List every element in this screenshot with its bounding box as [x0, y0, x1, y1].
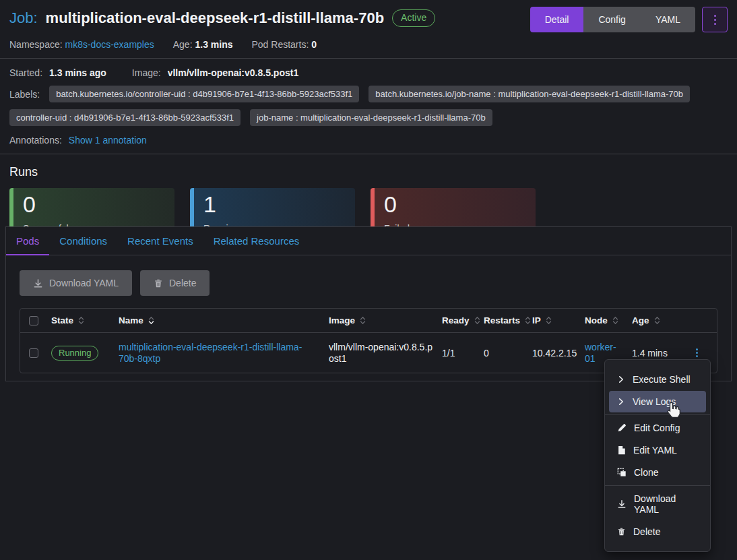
- file-icon: [617, 445, 626, 455]
- config-view-button[interactable]: Config: [583, 7, 640, 32]
- age-field: Age: 1.3 mins: [173, 39, 233, 50]
- label-badge: batch.kubernetes.io/job-name : multiplic…: [368, 86, 690, 102]
- row-actions-menu-button[interactable]: [693, 346, 701, 360]
- row-checkbox[interactable]: [29, 348, 38, 358]
- pod-restarts-label: Pod Restarts:: [251, 39, 309, 50]
- resource-tab-panel: Pods Conditions Recent Events Related Re…: [5, 226, 732, 381]
- select-all-checkbox[interactable]: [29, 316, 38, 325]
- tab-recent-events[interactable]: Recent Events: [117, 227, 203, 255]
- status-badge: Active: [392, 9, 435, 27]
- menu-item-view-logs[interactable]: View Logs: [609, 391, 706, 412]
- age-label: Age:: [173, 39, 193, 50]
- row-context-menu: Execute Shell View Logs Edit Config Edit…: [604, 359, 711, 552]
- namespace-field: Namespace: mk8s-docs-examples: [9, 39, 154, 50]
- menu-item-delete[interactable]: Delete: [609, 521, 706, 542]
- table-header-row: State Name Image Ready Restarts: [20, 309, 717, 333]
- menu-item-clone[interactable]: Clone: [609, 462, 706, 483]
- menu-item-edit-yaml[interactable]: Edit YAML: [609, 439, 706, 461]
- age-value: 1.3 mins: [195, 39, 232, 50]
- pod-age-value: 1.4 mins: [632, 348, 668, 359]
- tab-strip: Pods Conditions Recent Events Related Re…: [6, 227, 731, 255]
- failed-count: 0: [384, 192, 526, 216]
- view-switcher: Detail Config YAML: [530, 7, 695, 32]
- bulk-actions: Download YAML Delete: [20, 270, 731, 296]
- label-badge: controller-uid : d4b91906-b7e1-4f13-86bb…: [9, 109, 241, 126]
- started-image-line: Started: 1.3 mins ago Image: vllm/vllm-o…: [9, 67, 728, 78]
- job-detail-page: Job: multiplication-eval-deepseek-r1-dis…: [0, 0, 737, 560]
- detail-view-button[interactable]: Detail: [530, 7, 584, 32]
- pod-restarts-cell: 0: [484, 348, 489, 359]
- menu-item-download-yaml[interactable]: Download YAML: [609, 488, 706, 520]
- clone-icon: [617, 468, 627, 477]
- menu-item-edit-config[interactable]: Edit Config: [609, 417, 706, 439]
- label-badge: job-name : multiplication-eval-deepseek-…: [250, 109, 492, 126]
- menu-item-execute-shell[interactable]: Execute Shell: [609, 369, 706, 390]
- running-count: 1: [203, 192, 346, 216]
- started-label: Started:: [9, 67, 42, 78]
- tab-related-resources[interactable]: Related Resources: [203, 227, 310, 255]
- page-title: multiplication-eval-deepseek-r1-distill-…: [46, 9, 384, 27]
- pod-restarts-field: Pod Restarts: 0: [251, 39, 317, 50]
- annotations-label: Annotations:: [9, 135, 62, 146]
- show-annotation-link[interactable]: Show 1 annotation: [69, 135, 147, 146]
- page-header: Job: multiplication-eval-deepseek-r1-dis…: [9, 7, 728, 32]
- column-header-image[interactable]: Image: [325, 315, 438, 325]
- header-actions-menu-button[interactable]: [702, 7, 728, 32]
- sort-icon: [654, 317, 660, 324]
- column-header-node[interactable]: Node: [581, 315, 628, 325]
- sort-icon: [360, 317, 366, 324]
- trash-icon: [154, 278, 163, 288]
- pod-name-link[interactable]: multiplication-eval-deepseek-r1-distill-…: [119, 342, 321, 365]
- sort-icon: [546, 317, 552, 324]
- chevron-right-icon: [617, 398, 625, 406]
- column-header-age[interactable]: Age: [628, 315, 684, 325]
- sort-icon: [612, 317, 618, 324]
- download-yaml-button[interactable]: Download YAML: [20, 270, 132, 296]
- tab-conditions[interactable]: Conditions: [49, 227, 117, 255]
- column-header-name[interactable]: Name: [115, 315, 325, 325]
- tab-pods[interactable]: Pods: [6, 227, 49, 255]
- header-divider: [0, 58, 737, 59]
- download-icon: [33, 278, 43, 288]
- sort-icon-active: [148, 317, 154, 324]
- chevron-right-icon: [617, 375, 625, 383]
- column-header-ready[interactable]: Ready: [438, 315, 480, 325]
- resource-kind: Job:: [9, 9, 38, 27]
- namespace-label: Namespace:: [9, 39, 63, 50]
- pod-ready-value: 1/1: [442, 348, 455, 359]
- annotations-line: Annotations: Show 1 annotation: [9, 135, 728, 146]
- pod-state-badge: Running: [51, 346, 98, 361]
- details-divider: [0, 154, 737, 154]
- pod-image-value: vllm/vllm-openai:v0.8.5.post1: [329, 342, 434, 365]
- label-badge: batch.kubernetes.io/controller-uid : d4b…: [49, 86, 359, 102]
- successful-count: 0: [23, 192, 165, 216]
- runs-heading: Runs: [9, 165, 728, 179]
- trash-icon: [617, 527, 626, 536]
- column-header-restarts[interactable]: Restarts: [480, 315, 528, 325]
- image-label: Image:: [132, 67, 161, 78]
- yaml-view-button[interactable]: YAML: [641, 7, 695, 32]
- download-icon: [617, 499, 627, 509]
- pod-ip-value: 10.42.2.15: [532, 348, 577, 359]
- column-header-ip[interactable]: IP: [528, 315, 581, 325]
- sort-icon: [78, 317, 84, 324]
- labels-label: Labels:: [9, 89, 40, 100]
- namespace-link[interactable]: mk8s-docs-examples: [65, 39, 154, 50]
- column-header-state[interactable]: State: [47, 315, 115, 325]
- meta-row: Namespace: mk8s-docs-examples Age: 1.3 m…: [9, 39, 728, 50]
- delete-button[interactable]: Delete: [140, 270, 210, 296]
- pod-restarts-value: 0: [311, 39, 317, 50]
- started-value: 1.3 mins ago: [49, 67, 106, 78]
- image-value: vllm/vllm-openai:v0.8.5.post1: [168, 67, 299, 78]
- pencil-icon: [617, 423, 627, 433]
- labels-line: Labels: batch.kubernetes.io/controller-u…: [9, 86, 728, 126]
